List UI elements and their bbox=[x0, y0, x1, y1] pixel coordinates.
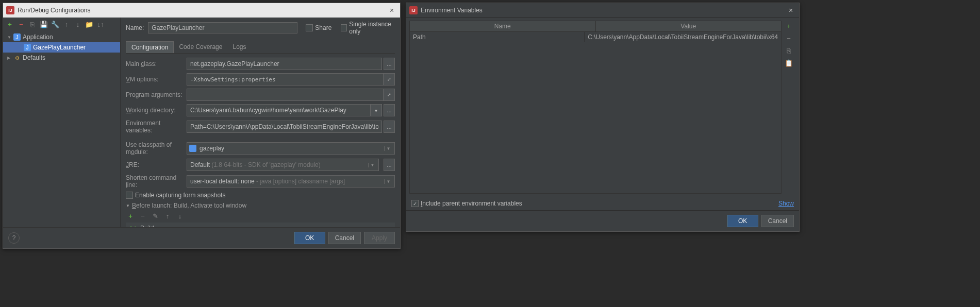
program-args-label: Program arguments: bbox=[126, 91, 184, 98]
config-tree-panel: + − ⎘ 💾 🔧 ↑ ↓ 📁 ↓↑ ▼ J Application J Gaz… bbox=[3, 18, 121, 227]
tree-node-defaults[interactable]: ▶ ⚙ Defaults bbox=[3, 53, 120, 63]
working-dir-label: Working directory: bbox=[126, 107, 184, 114]
checkbox-icon: ✓ bbox=[411, 200, 419, 207]
checkbox-icon bbox=[306, 24, 313, 31]
env-side-toolbar: + − ⎘ 📋 bbox=[784, 21, 796, 194]
name-label: Name: bbox=[126, 24, 144, 31]
config-form-panel: Name: Share Single instance only Configu… bbox=[121, 18, 400, 227]
titlebar: IJ Run/Debug Configurations × bbox=[3, 3, 400, 18]
build-task-row[interactable]: ⬇⬆ Build bbox=[126, 223, 395, 227]
before-launch-toolbar: + − ✎ ↑ ↓ bbox=[126, 209, 395, 223]
move-up-icon[interactable]: ↑ bbox=[62, 20, 71, 29]
dialog-button-bar: ? OK Cancel Apply bbox=[3, 227, 400, 248]
move-task-up-icon[interactable]: ↑ bbox=[163, 211, 172, 220]
program-args-input[interactable] bbox=[187, 89, 384, 101]
browse-env-vars-button[interactable]: … bbox=[384, 121, 395, 133]
env-vars-label: Environment variables: bbox=[126, 120, 184, 134]
env-vars-input[interactable] bbox=[187, 121, 382, 133]
single-instance-checkbox[interactable]: Single instance only bbox=[341, 21, 395, 35]
classpath-select[interactable]: gazeplay ▼ bbox=[187, 142, 395, 155]
share-checkbox[interactable]: Share bbox=[306, 24, 331, 31]
classpath-value: gazeplay bbox=[198, 145, 384, 152]
enable-snapshot-checkbox[interactable]: Enable capturing form snapshots bbox=[126, 192, 225, 199]
env-footer: ✓ Include parent environment variables S… bbox=[406, 197, 799, 210]
tree-node-application[interactable]: ▼ J Application bbox=[3, 32, 120, 42]
checkbox-icon bbox=[126, 192, 133, 199]
table-header: Name Value bbox=[409, 21, 782, 32]
add-task-icon[interactable]: + bbox=[126, 211, 135, 220]
shorten-select[interactable]: user-local default: none - java [options… bbox=[187, 175, 395, 187]
shorten-value: user-local default: none - java [options… bbox=[189, 178, 384, 185]
include-parent-checkbox[interactable]: ✓ Include parent environment variables bbox=[411, 200, 522, 207]
tree-label: GazePlayLauncher bbox=[33, 44, 86, 51]
show-link[interactable]: Show bbox=[778, 200, 794, 207]
name-input[interactable] bbox=[148, 22, 297, 33]
gear-icon: ⚙ bbox=[13, 54, 21, 61]
tab-code-coverage[interactable]: Code Coverage bbox=[174, 41, 227, 53]
sort-icon[interactable]: ↓↑ bbox=[96, 20, 105, 29]
edit-task-icon[interactable]: ✎ bbox=[151, 211, 160, 220]
main-class-label: Main class: bbox=[126, 60, 184, 67]
folder-icon[interactable]: 📁 bbox=[85, 20, 94, 29]
collapse-arrow-icon: ▶ bbox=[7, 56, 12, 60]
browse-main-class-button[interactable]: … bbox=[384, 58, 395, 70]
dialog-title: Environment Variables bbox=[421, 7, 786, 14]
main-class-input[interactable] bbox=[187, 58, 382, 70]
app-icon: IJ bbox=[6, 6, 14, 14]
checkbox-icon bbox=[341, 24, 347, 31]
dialog-title: Run/Debug Configurations bbox=[18, 7, 387, 14]
application-icon: J bbox=[13, 33, 21, 41]
tab-configuration[interactable]: Configuration bbox=[126, 41, 174, 53]
apply-button[interactable]: Apply bbox=[364, 232, 395, 244]
copy-icon[interactable]: ⎘ bbox=[784, 45, 794, 56]
chevron-down-icon: ▼ bbox=[368, 163, 376, 167]
table-row[interactable]: Path C:\Users\yann\AppData\Local\TobiiSt… bbox=[410, 32, 781, 42]
ok-button[interactable]: OK bbox=[294, 232, 325, 244]
before-launch-header[interactable]: ▼ Before launch: Build, Activate tool wi… bbox=[126, 202, 395, 209]
env-table: Name Value Path C:\Users\yann\AppData\Lo… bbox=[409, 21, 782, 194]
paste-icon[interactable]: 📋 bbox=[784, 58, 794, 68]
remove-config-icon[interactable]: − bbox=[16, 20, 26, 29]
cancel-button[interactable]: Cancel bbox=[761, 215, 794, 227]
module-icon bbox=[189, 145, 196, 152]
edit-defaults-icon[interactable]: 🔧 bbox=[51, 20, 60, 29]
copy-config-icon[interactable]: ⎘ bbox=[28, 20, 37, 29]
move-down-icon[interactable]: ↓ bbox=[73, 20, 82, 29]
jre-label: JRE: bbox=[126, 161, 184, 168]
remove-task-icon[interactable]: − bbox=[138, 211, 147, 220]
config-tree: ▼ J Application J GazePlayLauncher ▶ ⚙ D… bbox=[3, 31, 120, 227]
add-config-icon[interactable]: + bbox=[5, 20, 14, 29]
browse-working-dir-button[interactable]: … bbox=[384, 104, 395, 116]
jre-value: Default (1.8 64-bits - SDK of 'gazeplay'… bbox=[189, 161, 368, 168]
config-tabs: Configuration Code Coverage Logs bbox=[126, 41, 395, 54]
checkbox-label: Share bbox=[315, 24, 331, 31]
cancel-button[interactable]: Cancel bbox=[328, 232, 361, 244]
expand-program-args-icon[interactable]: ⤢ bbox=[384, 89, 395, 101]
close-icon[interactable]: × bbox=[786, 6, 796, 14]
working-dir-dropdown-icon[interactable]: ▾ bbox=[371, 104, 382, 116]
expand-vm-options-icon[interactable]: ⤢ bbox=[384, 73, 395, 86]
tree-node-selected[interactable]: J GazePlayLauncher bbox=[3, 42, 120, 53]
help-icon[interactable]: ? bbox=[8, 232, 20, 244]
working-dir-input[interactable] bbox=[187, 104, 371, 116]
checkbox-label: Enable capturing form snapshots bbox=[135, 192, 225, 199]
move-task-down-icon[interactable]: ↓ bbox=[175, 211, 185, 220]
jre-select[interactable]: Default (1.8 64-bits - SDK of 'gazeplay'… bbox=[187, 159, 379, 171]
chevron-down-icon: ▼ bbox=[384, 146, 392, 151]
tab-logs[interactable]: Logs bbox=[227, 41, 251, 53]
col-name: Name bbox=[410, 21, 596, 31]
cell-value: C:\Users\yann\AppData\Local\TobiiStreamE… bbox=[585, 32, 781, 42]
vm-options-input[interactable] bbox=[187, 73, 384, 86]
checkbox-label: Single instance only bbox=[349, 21, 395, 35]
ok-button[interactable]: OK bbox=[727, 215, 758, 227]
add-var-icon[interactable]: + bbox=[784, 21, 794, 31]
expand-arrow-icon: ▼ bbox=[7, 35, 12, 40]
env-vars-dialog: IJ Environment Variables × Name Value Pa… bbox=[406, 3, 800, 232]
shorten-label: Shorten command line: bbox=[126, 174, 184, 189]
remove-var-icon[interactable]: − bbox=[784, 33, 794, 43]
vm-options-label: VM options: bbox=[126, 76, 184, 83]
close-icon[interactable]: × bbox=[387, 6, 397, 14]
save-config-icon[interactable]: 💾 bbox=[39, 20, 48, 29]
tree-label: Application bbox=[23, 33, 53, 41]
browse-jre-button[interactable]: … bbox=[384, 159, 395, 171]
